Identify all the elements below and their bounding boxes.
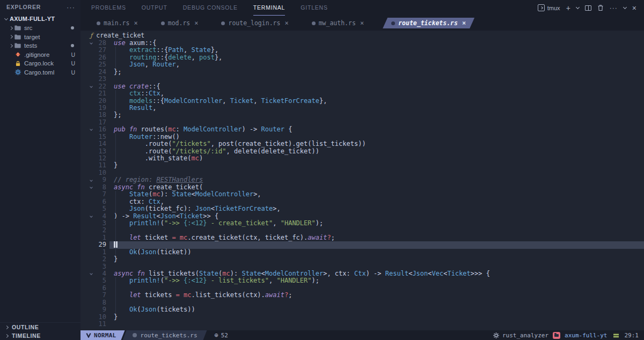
- line-number[interactable]: 27: [94, 47, 106, 54]
- code-line-text[interactable]: [114, 299, 644, 306]
- code-line-text[interactable]: }: [114, 256, 644, 263]
- editor-tab-route_login.rs[interactable]: route_login.rs×: [217, 18, 292, 28]
- line-number[interactable]: 8: [94, 299, 106, 306]
- code-line-text[interactable]: ctx::Ctx,: [114, 90, 644, 97]
- terminal-dropdown-icon[interactable]: [576, 7, 579, 9]
- line-number[interactable]: 4: [94, 213, 106, 220]
- code-line-text[interactable]: ) -> Result<Json<Ticket>> {: [114, 213, 644, 220]
- code-line-text[interactable]: };: [114, 69, 644, 76]
- line-number[interactable]: 6: [94, 198, 106, 205]
- cursor-position[interactable]: 29:1: [625, 332, 639, 339]
- line-number[interactable]: 8: [94, 184, 106, 191]
- explorer-more-icon[interactable]: ···: [67, 3, 75, 11]
- line-number[interactable]: 21: [94, 90, 106, 97]
- code-line-text[interactable]: ctx: Ctx,: [114, 198, 644, 205]
- code-line-text[interactable]: [114, 285, 644, 292]
- line-number[interactable]: 3: [94, 220, 106, 227]
- tree-item-target[interactable]: target: [0, 33, 80, 42]
- line-number[interactable]: 7: [94, 191, 106, 198]
- line-number[interactable]: 5: [94, 277, 106, 284]
- line-number[interactable]: 11: [94, 162, 106, 169]
- line-number[interactable]: 17: [94, 119, 106, 126]
- code-line-text[interactable]: Json, Router,: [114, 61, 644, 68]
- code-line-text[interactable]: let ticket = mc.create_ticket(ctx, ticke…: [114, 234, 644, 241]
- code-line-text[interactable]: models::{ModelController, Ticket, Ticket…: [114, 98, 644, 105]
- code-line-text[interactable]: .route("/tickets/:id", delete(delete_tic…: [114, 148, 644, 155]
- tmux-session-name[interactable]: axum-full-yt: [565, 332, 607, 339]
- code-line-text[interactable]: [114, 263, 644, 270]
- code-line-text[interactable]: println!("->> {:<12} - list_tickets", "H…: [114, 277, 644, 284]
- panel-tab-debug-console[interactable]: DEBUG CONSOLE: [183, 0, 238, 16]
- split-terminal-icon[interactable]: [585, 5, 591, 11]
- line-number[interactable]: 2: [94, 256, 106, 263]
- editor-tab-mw_auth.rs[interactable]: mw_auth.rs×: [308, 18, 368, 28]
- code-line-text[interactable]: use axum::{: [114, 40, 644, 47]
- code-line-text[interactable]: let tickets = mc.list_tickets(ctx).await…: [114, 292, 644, 299]
- new-terminal-icon[interactable]: +: [566, 4, 570, 12]
- panel-tab-gitlens[interactable]: GITLENS: [301, 0, 328, 16]
- fold-chevron-icon[interactable]: [88, 270, 94, 277]
- panel-close-icon[interactable]: ×: [632, 4, 636, 12]
- fold-chevron-icon[interactable]: [88, 126, 94, 133]
- editor-tab-main.rs[interactable]: main.rs×: [92, 18, 142, 28]
- close-icon[interactable]: ×: [194, 19, 198, 27]
- breadcrumb[interactable]: ƒ create_ticket: [80, 31, 644, 40]
- line-number[interactable]: 9: [94, 306, 106, 313]
- line-number[interactable]: 28: [94, 40, 106, 47]
- line-number[interactable]: 19: [94, 105, 106, 112]
- editor-tab-route_tickets.rs[interactable]: route_tickets.rs×: [383, 18, 474, 28]
- line-number[interactable]: 14: [94, 141, 106, 147]
- code-line-text[interactable]: Ok(Json(ticket)): [114, 249, 644, 256]
- code-line-text[interactable]: [114, 169, 644, 176]
- close-icon[interactable]: ×: [284, 19, 288, 27]
- line-number[interactable]: 29: [94, 241, 106, 248]
- line-number[interactable]: 12: [94, 155, 106, 162]
- code-line-text[interactable]: [114, 119, 644, 126]
- code-line-text[interactable]: .with_state(mc): [114, 155, 644, 162]
- code-editor[interactable]: 28use axum::{27 extract::{Path, State},2…: [80, 40, 644, 330]
- line-number[interactable]: 20: [94, 98, 106, 105]
- line-number[interactable]: 13: [94, 148, 106, 155]
- code-line-text[interactable]: Ok(Json(tickets)): [114, 306, 644, 313]
- line-number[interactable]: 5: [94, 205, 106, 212]
- panel-tab-output[interactable]: OUTPUT: [142, 0, 167, 16]
- tree-root[interactable]: AXUM-FULL-YT: [0, 14, 80, 24]
- code-line-text[interactable]: Json(ticket_fc): Json<TicketForCreate>,: [114, 205, 644, 212]
- line-number[interactable]: 23: [94, 76, 106, 83]
- fold-chevron-icon[interactable]: [88, 213, 94, 220]
- code-line-text[interactable]: .route("/tickets", post(create_ticket).g…: [114, 141, 644, 147]
- line-number[interactable]: 3: [94, 263, 106, 270]
- line-number[interactable]: 6: [94, 285, 106, 292]
- sidebar-item-outline[interactable]: OUTLINE: [0, 323, 80, 331]
- code-line-text[interactable]: [114, 241, 644, 248]
- kill-terminal-icon[interactable]: [597, 4, 604, 11]
- line-number[interactable]: 24: [94, 69, 106, 76]
- tree-item-src[interactable]: src: [0, 24, 80, 33]
- line-number[interactable]: 1: [94, 249, 106, 256]
- code-line-text[interactable]: async fn list_tickets(State(mc): State<M…: [114, 270, 644, 277]
- editor-tab-mod.rs[interactable]: mod.rs×: [157, 18, 203, 28]
- code-line-text[interactable]: };: [114, 112, 644, 119]
- line-number[interactable]: 15: [94, 134, 106, 141]
- tree-item-tests[interactable]: tests: [0, 41, 80, 50]
- panel-maximize-icon[interactable]: [624, 7, 626, 9]
- code-line-text[interactable]: [114, 227, 644, 234]
- tree-item-gitignore[interactable]: .gitignoreU: [0, 50, 80, 60]
- panel-more-icon[interactable]: ···: [610, 4, 618, 12]
- close-icon[interactable]: ×: [462, 19, 466, 27]
- line-number[interactable]: 26: [94, 54, 106, 61]
- fold-chevron-icon[interactable]: [88, 184, 94, 191]
- language-server-status[interactable]: rust_analyzer: [493, 332, 548, 339]
- code-line-text[interactable]: async fn create_ticket(: [114, 184, 644, 191]
- line-number[interactable]: 10: [94, 169, 106, 176]
- code-line-text[interactable]: State(mc): State<ModelController>,: [114, 191, 644, 198]
- fold-chevron-icon[interactable]: [88, 40, 94, 47]
- line-number[interactable]: 4: [94, 270, 106, 277]
- status-filename-segment[interactable]: route_tickets.rs: [123, 330, 207, 340]
- line-number[interactable]: 22: [94, 83, 106, 90]
- sidebar-item-timeline[interactable]: TIMELINE: [0, 331, 80, 340]
- code-line-text[interactable]: Result,: [114, 105, 644, 112]
- panel-tab-terminal[interactable]: TERMINAL: [253, 0, 286, 16]
- close-icon[interactable]: ×: [360, 19, 364, 27]
- code-line-text[interactable]: pub fn routes(mc: ModelController) -> Ro…: [114, 126, 644, 133]
